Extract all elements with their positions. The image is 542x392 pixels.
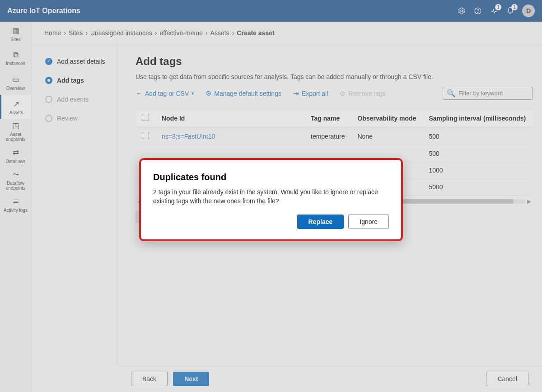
- duplicates-dialog: Duplicates found 2 tags in your file alr…: [142, 161, 400, 238]
- dialog-actions: Replace Ignore: [153, 215, 389, 229]
- ignore-button[interactable]: Ignore: [348, 215, 389, 229]
- dialog-title: Duplicates found: [153, 172, 389, 182]
- modal-overlay: Duplicates found 2 tags in your file alr…: [0, 0, 542, 392]
- replace-button[interactable]: Replace: [297, 215, 344, 229]
- dialog-highlight: Duplicates found 2 tags in your file alr…: [139, 158, 403, 241]
- dialog-body: 2 tags in your file already exist in the…: [153, 188, 389, 205]
